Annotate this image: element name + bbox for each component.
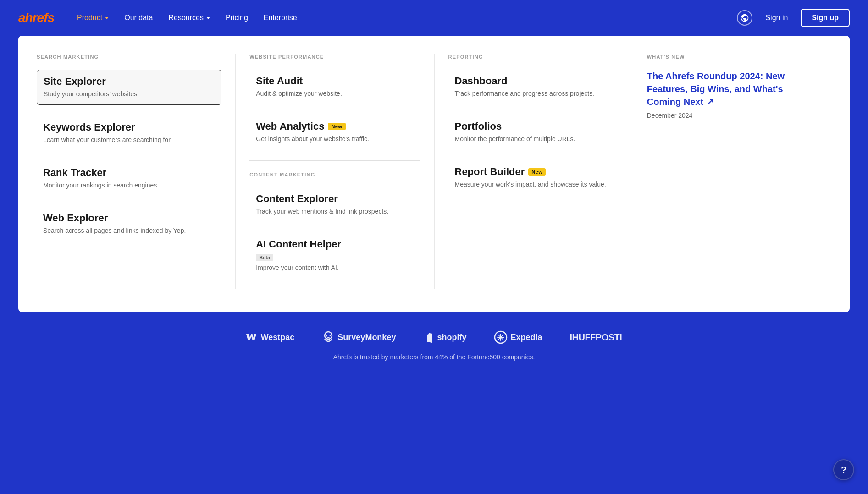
web-analytics-title: Web Analytics New	[256, 121, 414, 132]
rank-tracker-title: Rank Tracker	[43, 167, 215, 179]
ai-content-helper-title: AI Content Helper	[256, 238, 414, 250]
product-chevron-icon	[105, 17, 109, 19]
col-reporting: REPORTING Dashboard Track performance an…	[434, 54, 633, 289]
nav-actions: Sign in Sign up	[737, 9, 850, 27]
logos-row: Westpac SurveyMonkey shopify	[246, 330, 622, 344]
menu-item-content-explorer[interactable]: Content Explorer Track your web mentions…	[249, 187, 420, 222]
web-analytics-desc: Get insights about your website's traffi…	[256, 134, 414, 144]
svg-point-2	[330, 335, 331, 336]
col-whats-new-label: WHAT'S NEW	[647, 54, 818, 60]
content-explorer-desc: Track your web mentions & find link pros…	[256, 207, 414, 216]
col-content-marketing-label: CONTENT MARKETING	[249, 172, 420, 177]
menu-item-site-audit[interactable]: Site Audit Audit & optimize your website…	[249, 70, 420, 104]
navbar: ahrefs Product Our data Resources Pricin…	[0, 0, 868, 36]
menu-item-portfolios[interactable]: Portfolios Monitor the performance of mu…	[448, 115, 619, 149]
resources-chevron-icon	[206, 17, 210, 19]
nav-resources[interactable]: Resources	[162, 10, 216, 26]
trust-text: Ahrefs is trusted by marketers from 44% …	[333, 353, 535, 361]
keywords-explorer-title: Keywords Explorer	[43, 121, 215, 133]
col-whats-new: WHAT'S NEW The Ahrefs Roundup 2024: New …	[633, 54, 831, 289]
col-search-marketing: SEARCH MARKETING Site Explorer Study you…	[37, 54, 235, 289]
report-builder-new-badge: New	[528, 168, 546, 176]
logo-shopify: shopify	[423, 331, 466, 344]
ai-content-helper-desc: Improve your content with AI.	[256, 263, 414, 273]
whats-new-article-link[interactable]: The Ahrefs Roundup 2024: New Features, B…	[647, 70, 818, 108]
portfolios-desc: Monitor the performance of multiple URLs…	[455, 134, 613, 144]
menu-item-site-explorer[interactable]: Site Explorer Study your competitors' we…	[37, 70, 221, 105]
ai-content-beta-badge: Beta	[256, 254, 273, 261]
site-audit-title: Site Audit	[256, 75, 414, 87]
nav-our-data[interactable]: Our data	[118, 10, 159, 26]
keywords-explorer-desc: Learn what your customers are searching …	[43, 135, 215, 145]
whats-new-date: December 2024	[647, 112, 818, 119]
signup-button[interactable]: Sign up	[801, 9, 850, 27]
menu-item-web-analytics[interactable]: Web Analytics New Get insights about you…	[249, 115, 420, 149]
menu-item-rank-tracker[interactable]: Rank Tracker Monitor your rankings in se…	[37, 161, 221, 196]
portfolios-title: Portfolios	[455, 121, 613, 132]
site-explorer-desc: Study your competitors' websites.	[44, 89, 215, 99]
menu-item-keywords-explorer[interactable]: Keywords Explorer Learn what your custom…	[37, 116, 221, 150]
nav-enterprise[interactable]: Enterprise	[257, 10, 304, 26]
web-explorer-desc: Search across all pages and links indexe…	[43, 226, 215, 236]
svg-point-1	[326, 335, 327, 336]
menu-item-report-builder[interactable]: Report Builder New Measure your work's i…	[448, 160, 619, 195]
col-search-marketing-label: SEARCH MARKETING	[37, 54, 221, 60]
logo-westpac: Westpac	[246, 333, 295, 342]
menu-item-ai-content-helper[interactable]: AI Content Helper Beta Improve your cont…	[249, 233, 420, 278]
menu-item-dashboard[interactable]: Dashboard Track performance and progress…	[448, 70, 619, 104]
help-button[interactable]: ?	[833, 459, 854, 480]
site-explorer-title: Site Explorer	[44, 76, 215, 88]
web-explorer-title: Web Explorer	[43, 212, 215, 224]
logo-huffpost: IHUFFPOSTI	[569, 332, 622, 343]
nav-pricing[interactable]: Pricing	[219, 10, 254, 26]
svg-point-0	[325, 332, 332, 339]
col-website-performance-label: WEBSITE PERFORMANCE	[249, 54, 420, 60]
nav-product[interactable]: Product	[71, 10, 115, 26]
menu-item-web-explorer[interactable]: Web Explorer Search across all pages and…	[37, 207, 221, 241]
signin-link[interactable]: Sign in	[760, 10, 793, 26]
content-marketing-divider	[249, 160, 420, 161]
dashboard-desc: Track performance and progress across pr…	[455, 89, 613, 99]
logos-bar: Westpac SurveyMonkey shopify	[0, 312, 868, 370]
content-explorer-title: Content Explorer	[256, 193, 414, 205]
dashboard-title: Dashboard	[455, 75, 613, 87]
logo-surveymonkey: SurveyMonkey	[322, 331, 396, 344]
nav-links: Product Our data Resources Pricing Enter…	[71, 10, 737, 26]
report-builder-title: Report Builder New	[455, 166, 613, 178]
logo[interactable]: ahrefs	[18, 11, 54, 25]
logo-expedia: Expedia	[494, 330, 542, 344]
col-reporting-label: REPORTING	[448, 54, 619, 60]
report-builder-desc: Measure your work's impact, and showcase…	[455, 180, 613, 189]
web-analytics-new-badge: New	[328, 123, 345, 130]
product-dropdown: SEARCH MARKETING Site Explorer Study you…	[18, 36, 850, 312]
col-website-performance: WEBSITE PERFORMANCE Site Audit Audit & o…	[235, 54, 434, 289]
site-audit-desc: Audit & optimize your website.	[256, 89, 414, 99]
globe-icon[interactable]	[737, 10, 752, 26]
rank-tracker-desc: Monitor your rankings in search engines.	[43, 181, 215, 190]
